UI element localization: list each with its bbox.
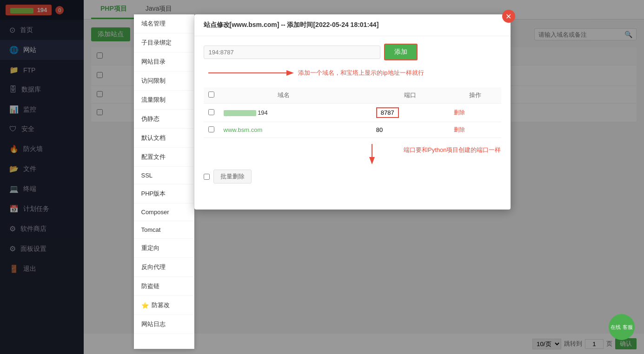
menu-item-tomcat[interactable]: Tomcat [134,221,194,239]
domain-row-bsm: www.bsm.com 80 删除 [204,122,501,138]
menu-item-redirect[interactable]: 重定向 [134,239,194,258]
menu-item-reverse-proxy[interactable]: 反向代理 [134,258,194,277]
annotation-text2: 端口要和Python项目创建的端口一样 [404,146,501,154]
annotation-arrow2 [344,142,400,165]
menu-label: 重定向 [141,244,159,252]
domain-select-all[interactable] [208,92,214,98]
domain-col-ops: 操作 [449,87,501,104]
menu-item-config-file[interactable]: 配置文件 [134,148,194,167]
dialog-title: 站点修改[www.bsm.com] -- 添加时间[2022-05-24 18:… [204,21,379,29]
batch-delete-button[interactable]: 批量删除 [213,170,252,184]
domain-name-bsm: www.bsm.com [219,122,349,138]
dialog-close-button[interactable]: ✕ [502,10,515,23]
domain-col-domain: 域名 [219,87,349,104]
menu-item-subdir-bind[interactable]: 子目录绑定 [134,33,194,52]
menu-label: Composer [141,209,169,216]
menu-label: 配置文件 [141,153,166,161]
online-service-button[interactable]: 在线 客服 [609,314,635,340]
domain-col-empty [349,87,372,104]
domain-row-ip: 194 8787 删除 [204,104,501,122]
menu-label: SSL [141,172,153,179]
add-domain-button[interactable]: 添加 [384,44,418,60]
menu-label: 防盗链 [141,282,159,290]
menu-item-site-log[interactable]: 网站日志 [134,315,194,334]
dialog-body: 添加 添加一个域名，和宝塔上显示的ip地址一样就行 [194,36,511,191]
delete-domain-bsm[interactable]: 删除 [454,126,465,133]
menu-item-default-doc[interactable]: 默认文档 [134,129,194,148]
menu-label: Tomcat [141,226,161,233]
menu-item-site-dir[interactable]: 网站目录 [134,52,194,72]
domain-table: 域名 端口 操作 194 [204,87,501,138]
domain-input[interactable] [204,46,380,59]
batch-delete-row: 批量删除 [204,170,501,184]
star-icon: ⭐ [141,302,149,309]
domain-col-port: 端口 [372,87,449,104]
menu-label: 网站日志 [141,320,166,328]
annotation-text1: 添加一个域名，和宝塔上显示的ip地址一样就行 [298,69,424,76]
menu-label: 反向代理 [141,263,166,271]
menu-label: 伪静态 [141,115,159,123]
menu-label: 访问限制 [141,77,166,85]
menu-label: 流量限制 [141,96,166,104]
dialog: ✕ 站点修改[www.bsm.com] -- 添加时间[2022-05-24 1… [194,14,511,210]
menu-label: 域名管理 [141,20,166,28]
menu-label: 网站目录 [141,58,166,66]
port-value-bsm: 80 [372,122,449,138]
annotation-arrow1 [204,66,297,80]
menu-label: 子目录绑定 [141,39,172,47]
menu-label: 默认文档 [141,134,166,142]
dialog-wrapper: 域名管理 子目录绑定 网站目录 访问限制 流量限制 伪静态 默认文档 配置文件 [134,5,511,349]
menu-item-access-limit[interactable]: 访问限制 [134,72,194,91]
menu-item-anti-cc[interactable]: ⭐ 防篡改 [134,296,194,315]
domain-row-checkbox2[interactable] [208,126,214,132]
menu-item-flow-limit[interactable]: 流量限制 [134,91,194,110]
menu-label: 防篡改 [152,301,170,309]
menu-item-php-version[interactable]: PHP版本 [134,184,194,203]
delete-domain-ip[interactable]: 删除 [454,109,465,116]
port-value-ip: 8787 [376,107,399,118]
domain-row-checkbox[interactable] [208,109,214,115]
menu-item-domain-mgmt[interactable]: 域名管理 [134,14,194,33]
side-menu: 域名管理 子目录绑定 网站目录 访问限制 流量限制 伪静态 默认文档 配置文件 [134,14,194,349]
online-service-label: 在线 客服 [611,324,632,330]
menu-label: PHP版本 [141,190,166,198]
menu-item-ssl[interactable]: SSL [134,167,194,184]
menu-item-hotlink[interactable]: 防盗链 [134,277,194,296]
dialog-header: 站点修改[www.bsm.com] -- 添加时间[2022-05-24 18:… [194,14,511,36]
add-domain-row: 添加 [204,44,501,60]
overlay: 域名管理 子目录绑定 网站目录 访问限制 流量限制 伪静态 默认文档 配置文件 [0,0,644,354]
ip-suffix: 194 [258,109,268,116]
menu-item-composer[interactable]: Composer [134,203,194,221]
menu-item-fake-static[interactable]: 伪静态 [134,110,194,129]
batch-checkbox[interactable] [204,174,210,180]
